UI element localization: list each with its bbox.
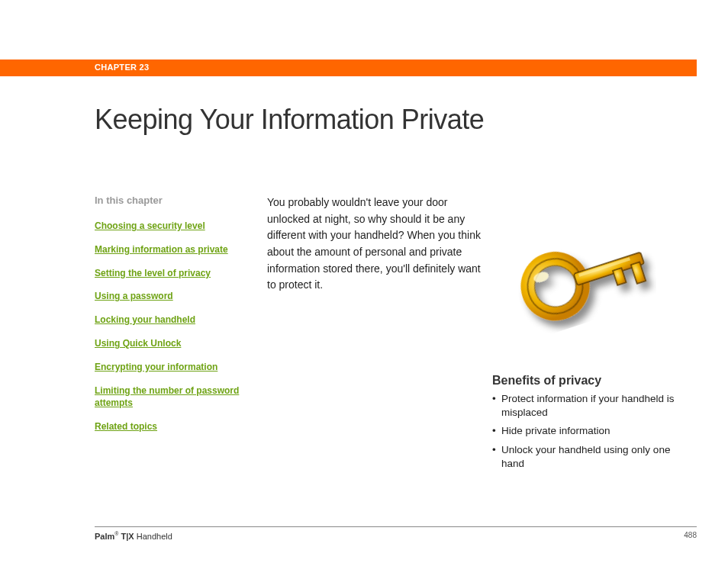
intro-paragraph: You probably wouldn't leave your door un… — [267, 195, 481, 294]
page: CHAPTER 23 Keeping Your Information Priv… — [0, 0, 728, 563]
page-number: 488 — [684, 531, 697, 539]
chapter-label: CHAPTER 23 — [95, 63, 149, 72]
sidebar: In this chapter Choosing a security leve… — [95, 195, 240, 444]
page-title: Keeping Your Information Private — [95, 104, 484, 136]
toc-link-level-privacy[interactable]: Setting the level of privacy — [95, 267, 240, 280]
footer-rule — [95, 526, 697, 527]
footer-product: Palm® T|X Handheld — [95, 531, 172, 541]
benefits-heading: Benefits of privacy — [492, 374, 694, 388]
toc-link-encrypting[interactable]: Encrypting your information — [95, 361, 240, 374]
footer-model: T|X — [118, 532, 134, 541]
benefit-item: Unlock your handheld using only one hand — [492, 443, 694, 471]
svg-point-0 — [520, 252, 590, 321]
toc-link-security-level[interactable]: Choosing a security level — [95, 220, 240, 233]
benefit-item: Protect information if your handheld is … — [492, 392, 694, 420]
benefits-list: Protect information if your handheld is … — [492, 392, 694, 471]
key-icon — [504, 200, 656, 337]
toc-link-locking[interactable]: Locking your handheld — [95, 314, 240, 327]
toc-link-password[interactable]: Using a password — [95, 290, 240, 303]
svg-rect-5 — [631, 262, 646, 283]
toc-link-related[interactable]: Related topics — [95, 420, 240, 433]
toc-link-marking-private[interactable]: Marking information as private — [95, 243, 240, 256]
toc-link-limiting-attempts[interactable]: Limiting the number of password attempts — [95, 384, 240, 410]
footer-suffix: Handheld — [134, 532, 172, 541]
benefits-section: Benefits of privacy Protect information … — [492, 374, 694, 475]
sidebar-heading: In this chapter — [95, 195, 240, 206]
footer-brand: Palm — [95, 532, 114, 541]
toc-link-quick-unlock[interactable]: Using Quick Unlock — [95, 337, 240, 350]
benefit-item: Hide private information — [492, 424, 694, 438]
